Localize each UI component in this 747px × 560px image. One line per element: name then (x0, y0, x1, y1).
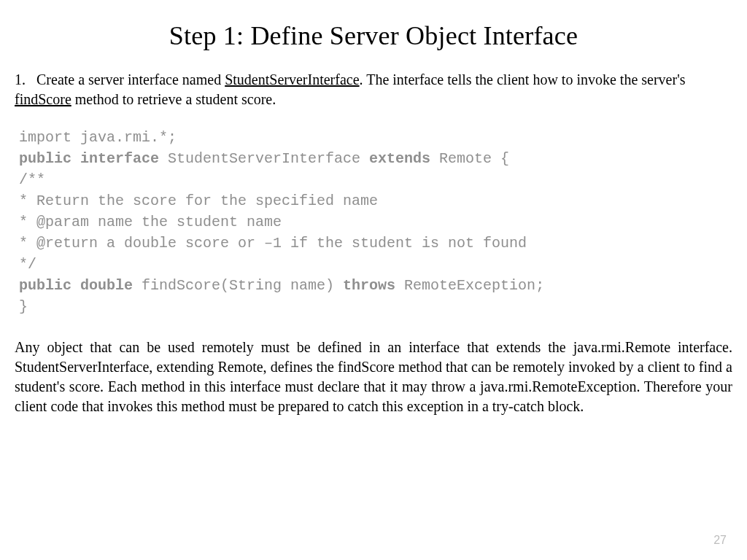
code-text: findScore(String name) (133, 277, 343, 294)
intro-text-3: method to retrieve a student score. (71, 91, 276, 107)
code-line-5: * @param name the student name (19, 214, 282, 230)
code-keyword: throws (343, 277, 395, 294)
page-number: 27 (713, 534, 727, 547)
code-keyword: public interface (19, 150, 159, 167)
slide-title: Step 1: Define Server Object Interface (15, 20, 732, 51)
code-line-7: */ (19, 256, 36, 273)
code-text: StudentServerInterface (159, 150, 369, 167)
code-line-4: * Return the score for the specified nam… (19, 192, 378, 209)
list-number: 1. (15, 71, 26, 88)
code-text: RemoteException; (395, 277, 544, 294)
code-keyword: public double (19, 277, 133, 294)
intro-text-1: Create a server interface named (36, 71, 225, 88)
method-name: findScore (15, 91, 71, 107)
intro-text-2: . The interface tells the client how to … (360, 71, 686, 88)
explanation-paragraph: Any object that can be used remotely mus… (15, 338, 732, 416)
slide: Step 1: Define Server Object Interface 1… (0, 0, 747, 560)
interface-name: StudentServerInterface (225, 71, 359, 88)
code-text: Remote { (430, 150, 509, 167)
code-line-3: /** (19, 171, 45, 188)
intro-paragraph: 1. Create a server interface named Stude… (15, 70, 732, 109)
code-line-9: } (19, 298, 28, 315)
code-block: import java.rmi.*; public interface Stud… (19, 127, 732, 317)
code-line-1: import java.rmi.*; (19, 129, 177, 146)
code-keyword: extends (369, 150, 430, 167)
code-line-6: * @return a double score or –1 if the st… (19, 235, 527, 252)
